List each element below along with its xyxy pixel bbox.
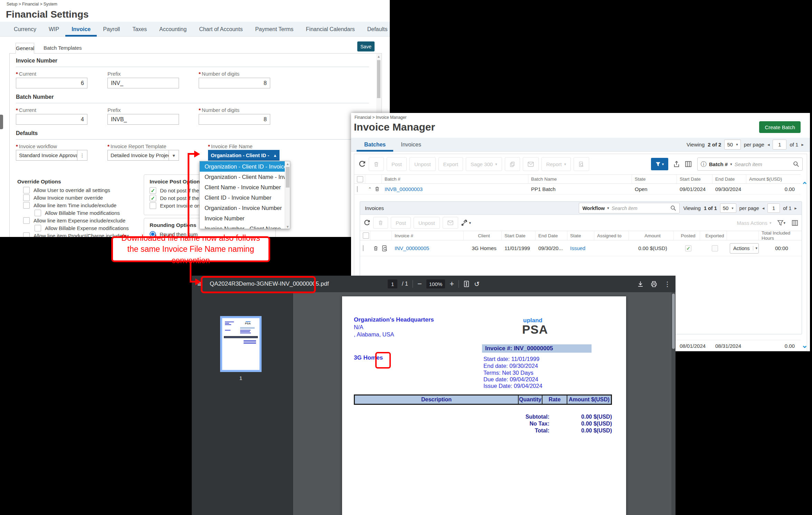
col-start-date[interactable]: Start Date (502, 231, 536, 240)
invoice-row[interactable]: INV_00000005 3G Homes 11/01/1999 09/30/2… (360, 240, 802, 256)
save-button[interactable]: Save (357, 41, 375, 51)
scroll-up-chevron-icon[interactable]: ⌃ (802, 181, 808, 190)
checkbox[interactable] (150, 195, 156, 201)
pdf-page-input[interactable]: 1 (388, 279, 397, 288)
dropdown-option[interactable]: Organization - Client Name - Invoice Num… (200, 172, 285, 182)
invoice-current-input[interactable]: 6 (16, 78, 87, 88)
col-end-date[interactable]: End Date (536, 231, 567, 240)
checkbox-row[interactable]: Allow Invoice number override (23, 194, 103, 201)
tab-accounting[interactable]: Accounting (153, 22, 193, 37)
tab-financial-calendars[interactable]: Financial Calendars (300, 22, 361, 37)
chevron-down-icon[interactable]: ▾ (730, 162, 732, 166)
checkbox[interactable] (23, 232, 30, 237)
tools-icon[interactable]: ▾ (461, 219, 471, 226)
col-amount[interactable]: Amount $(USD) (746, 175, 798, 183)
scroll-up-icon[interactable]: ▲ (285, 162, 290, 166)
checkbox[interactable] (23, 194, 30, 201)
tab-wip[interactable]: WIP (43, 22, 65, 37)
share-icon[interactable] (673, 161, 680, 168)
batch-link[interactable]: INVB_00000003 (385, 186, 423, 192)
refresh-icon[interactable] (363, 219, 370, 226)
row-checkbox[interactable] (357, 186, 358, 192)
dropdown-option[interactable]: Client ID - Invoice Number (200, 192, 285, 203)
invoice-workflow-field[interactable]: Standard Invoice Approval ⋮ (16, 150, 87, 161)
tab-payment-terms[interactable]: Payment Terms (249, 22, 300, 37)
dropdown-option[interactable]: Organization - Invoice Number (200, 203, 285, 213)
checkbox-row[interactable]: Allow User to override all settings (23, 187, 110, 193)
create-batch-button[interactable]: Create Batch (759, 121, 801, 133)
col-total-hours[interactable]: Total Included Hours (759, 231, 802, 240)
invoices-search-box[interactable]: Workflow ▾ Search item (579, 203, 680, 213)
checkbox[interactable] (23, 217, 30, 224)
kebab-menu-icon[interactable]: ⋮ (77, 150, 87, 160)
scroll-down-chevron-icon[interactable]: ⌄ (802, 341, 808, 350)
checkbox[interactable] (150, 187, 156, 194)
invoice-prefix-input[interactable]: INV_ (107, 78, 179, 88)
workflow-field-label[interactable]: Workflow (582, 206, 605, 211)
page-size-select[interactable]: 50▾ (724, 140, 740, 150)
search-icon[interactable] (670, 205, 676, 211)
col-start-date[interactable]: Start Date (677, 175, 712, 183)
checkbox[interactable] (35, 225, 41, 231)
print-icon[interactable] (651, 281, 657, 287)
trash-icon[interactable] (375, 186, 380, 192)
col-client[interactable]: Client (464, 231, 502, 240)
collapse-chevron-icon[interactable]: ⌃ (368, 187, 372, 192)
select-all-checkbox[interactable] (363, 232, 369, 239)
next-page-icon[interactable]: ▸ (801, 142, 804, 147)
checkbox-row[interactable]: Allow Billable Time modifications (35, 210, 120, 216)
checkbox-row[interactable]: Allow line item Time include/exclude (23, 202, 116, 209)
tab-defaults[interactable]: Defaults (361, 22, 390, 37)
chevron-down-icon[interactable]: ▾ (169, 150, 179, 160)
columns-icon[interactable] (792, 220, 798, 226)
checkbox-row[interactable]: Allow line item Expense include/exclude (23, 217, 125, 224)
breadcrumb[interactable]: Setup > Financial > System (7, 2, 57, 7)
dropdown-option[interactable]: Invoice Number (200, 213, 285, 223)
tab-chart-of-accounts[interactable]: Chart of Accounts (193, 22, 249, 37)
invoice-digits-input[interactable]: 8 (199, 78, 270, 88)
col-exported[interactable]: Exported (700, 231, 727, 240)
actions-button[interactable]: Actions▾ (730, 243, 759, 254)
dropdown-option[interactable]: Client Name - Invoice Number (200, 182, 285, 192)
thumbnail-page[interactable]: PSA (220, 316, 262, 372)
tab-invoice[interactable]: Invoice (65, 22, 97, 37)
prev-page-icon[interactable]: ◂ (767, 142, 770, 147)
chevron-down-icon[interactable]: ▾ (607, 206, 609, 210)
tab-general[interactable]: General (16, 43, 34, 54)
tab-taxes[interactable]: Taxes (126, 22, 153, 37)
zoom-out-icon[interactable]: − (417, 279, 422, 288)
search-icon[interactable] (793, 161, 799, 167)
batch-digits-input[interactable]: 8 (199, 114, 270, 125)
invoice-link[interactable]: INV_00000005 (395, 245, 429, 251)
tab-payroll[interactable]: Payroll (97, 22, 126, 37)
batch-prefix-input[interactable]: INVB_ (107, 114, 179, 125)
pdf-zoom-level[interactable]: 100% (426, 279, 445, 288)
pdf-scrollbar[interactable] (671, 292, 676, 515)
zoom-in-icon[interactable]: + (450, 279, 454, 288)
search-placeholder[interactable]: Search item (735, 161, 791, 167)
trash-icon[interactable] (373, 246, 378, 251)
col-end-date[interactable]: End Date (712, 175, 746, 183)
fit-page-icon[interactable] (463, 280, 470, 287)
invoice-file-name-select[interactable]: Organization - Client ID - Invoi... ▴ (208, 150, 280, 161)
tab-batch-templates[interactable]: Batch Templates (44, 45, 82, 51)
next-page-icon[interactable]: ▸ (794, 206, 797, 211)
select-all-checkbox[interactable] (357, 176, 363, 182)
rotate-icon[interactable]: ↺ (474, 280, 480, 288)
col-amount[interactable]: Amount (629, 231, 674, 240)
tab-currency[interactable]: Currency (8, 22, 43, 37)
checkbox[interactable] (150, 202, 156, 209)
prev-page-icon[interactable]: ◂ (762, 206, 765, 211)
checkbox-row[interactable]: Allow Billable Expense modifications (35, 225, 129, 231)
filter-button[interactable]: ▾ (651, 158, 668, 170)
page-number-input[interactable]: 1 (767, 203, 780, 213)
filter-icon[interactable]: ▾ (777, 220, 785, 226)
columns-icon[interactable] (685, 161, 692, 168)
batches-search-box[interactable]: ⓘ Batch # ▾ Search item (697, 158, 803, 171)
checkbox[interactable] (35, 210, 41, 216)
batch-row[interactable]: ⌃ INVB_00000003 PP1 Batch Open 09/01/202… (354, 184, 801, 194)
col-batch-name[interactable]: Batch Name (528, 175, 632, 183)
scroll-down-icon[interactable]: ▼ (285, 225, 290, 229)
col-batch[interactable]: Batch # (382, 175, 528, 183)
scroll-up-icon[interactable]: ▲ (376, 55, 381, 58)
